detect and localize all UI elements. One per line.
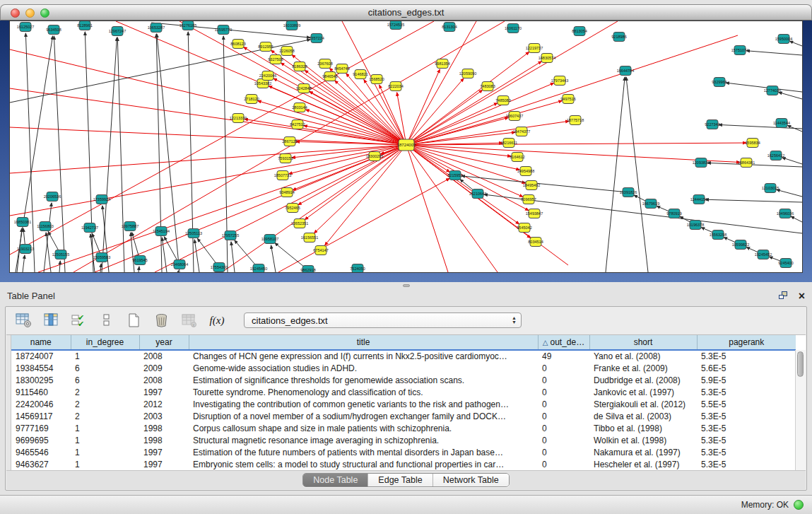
black-edge[interactable] — [117, 37, 124, 272]
memory-ok-icon[interactable] — [794, 500, 804, 510]
red-edge[interactable] — [406, 100, 562, 145]
red-edge[interactable] — [406, 35, 738, 145]
table-cell[interactable]: 0 — [538, 374, 589, 386]
network-canvas[interactable]: 1872400718300295161250279634508812896112… — [9, 21, 803, 273]
table-cell[interactable]: 9699695 — [11, 434, 71, 446]
table-cell[interactable]: 9115460 — [11, 386, 71, 398]
table-scrollbar[interactable] — [795, 350, 806, 470]
red-edge[interactable] — [406, 78, 464, 145]
table-cell[interactable]: 2012 — [139, 398, 189, 410]
black-edge[interactable] — [100, 264, 101, 272]
close-panel-icon[interactable]: × — [799, 291, 805, 301]
column-header-year[interactable]: year — [139, 335, 189, 350]
red-edge[interactable] — [406, 145, 523, 197]
table-cell[interactable]: 0 — [538, 446, 589, 458]
black-edge[interactable] — [156, 34, 162, 272]
table-cell[interactable]: 1997 — [139, 386, 189, 398]
table-cell[interactable]: 2 — [71, 386, 139, 398]
table-cell[interactable]: Nakamura et al. (1997) — [589, 446, 697, 458]
black-edge[interactable] — [779, 92, 802, 99]
red-edge[interactable] — [406, 83, 554, 145]
table-row[interactable]: 946554611997Estimation of the future num… — [11, 446, 796, 458]
red-edge[interactable] — [406, 52, 529, 145]
black-edge[interactable] — [102, 37, 117, 272]
tab-network-table[interactable]: Network Table — [433, 474, 509, 486]
table-cell[interactable]: 5.3E-5 — [697, 434, 796, 446]
table-cell[interactable]: 0 — [538, 410, 589, 422]
column-header-pagerank[interactable]: pagerank — [697, 335, 796, 350]
table-row[interactable]: 977716911998Corpus callosum shape and si… — [11, 422, 796, 434]
table-cell[interactable]: 1 — [71, 458, 139, 470]
table-cell[interactable]: Dudbridge et al. (2008) — [589, 374, 697, 386]
table-cell[interactable]: 0 — [538, 398, 589, 410]
table-cell[interactable]: 1997 — [139, 458, 189, 470]
network-graph[interactable]: 1872400718300295161250279634508812896112… — [10, 21, 802, 272]
black-edge[interactable] — [194, 240, 199, 272]
table-cell[interactable]: 2009 — [139, 362, 189, 374]
table-cell[interactable]: 0 — [538, 362, 589, 374]
black-edge[interactable] — [789, 41, 802, 46]
black-edge[interactable] — [606, 77, 625, 272]
table-cell[interactable]: Changes of HCN gene expression and I(f) … — [189, 350, 538, 362]
table-cell[interactable]: 1 — [71, 422, 139, 434]
table-cell[interactable]: 2008 — [139, 374, 189, 386]
table-row[interactable]: 1938455462009Genome-wide association stu… — [11, 362, 796, 374]
black-edge[interactable] — [25, 33, 35, 272]
table-cell[interactable]: 0 — [538, 386, 589, 398]
black-edge[interactable] — [746, 51, 802, 55]
red-edge[interactable] — [406, 145, 519, 224]
import-table-button[interactable]: x — [180, 311, 199, 329]
function-builder-button[interactable]: f(x) — [208, 311, 226, 329]
minimize-window-button[interactable] — [25, 8, 35, 18]
table-cell[interactable]: Stergiakouli et al. (2012) — [589, 398, 697, 410]
table-cell[interactable]: 1 — [71, 446, 139, 458]
table-cell[interactable]: 5.3E-5 — [697, 446, 796, 458]
red-edge[interactable] — [10, 145, 406, 216]
float-panel-icon[interactable] — [779, 291, 789, 300]
table-row[interactable]: 969969511998Structural magnetic resonanc… — [11, 434, 796, 446]
black-edge[interactable] — [461, 176, 628, 192]
column-chooser-button[interactable] — [42, 311, 61, 329]
black-edge[interactable] — [23, 255, 25, 272]
red-edge[interactable] — [325, 145, 406, 245]
table-cell[interactable]: 5.3E-5 — [697, 422, 796, 434]
table-row[interactable]: 1830029562008Estimation of significance … — [11, 374, 796, 386]
grip-handle-icon[interactable] — [403, 284, 410, 287]
table-cell[interactable]: 5.3E-5 — [697, 410, 796, 422]
table-cell[interactable]: Tourette syndrome. Phenomenology and cla… — [189, 386, 538, 398]
table-cell[interactable]: 2003 — [139, 410, 189, 422]
table-cell[interactable]: 49 — [538, 350, 589, 362]
table-cell[interactable]: 9463627 — [11, 458, 71, 470]
table-cell[interactable]: 0 — [538, 422, 589, 434]
table-cell[interactable]: 5.9E-5 — [697, 374, 796, 386]
table-cell[interactable]: 6 — [71, 362, 139, 374]
network-window-titlebar[interactable]: citations_edges.txt — [0, 4, 812, 21]
table-cell[interactable]: 0 — [538, 434, 589, 446]
table-cell[interactable]: Corpus callosum shape and size in male p… — [189, 422, 538, 434]
red-edge[interactable] — [406, 145, 498, 272]
red-edge[interactable] — [406, 21, 618, 145]
new-table-button[interactable] — [125, 311, 143, 329]
table-cell[interactable]: 2 — [71, 410, 139, 422]
close-window-button[interactable] — [11, 8, 20, 18]
red-edge[interactable] — [406, 69, 440, 145]
black-edge[interactable] — [44, 203, 52, 272]
table-cell[interactable]: Estimation of the future numbers of pati… — [189, 446, 538, 458]
table-cell[interactable]: Structural magnetic resonance image aver… — [189, 434, 538, 446]
table-cell[interactable]: Investigating the contribution of common… — [189, 398, 538, 410]
column-header-name[interactable]: name — [11, 335, 71, 350]
black-edge[interactable] — [777, 189, 802, 197]
column-header-title[interactable]: title — [189, 335, 538, 350]
table-cell[interactable]: 1 — [71, 434, 139, 446]
table-row[interactable]: 911546021997Tourette syndrome. Phenomeno… — [11, 386, 796, 398]
black-edge[interactable] — [59, 261, 60, 272]
table-cell[interactable]: Yano et al. (2008) — [589, 350, 697, 362]
tab-node-table[interactable]: Node Table — [303, 474, 367, 486]
table-cell[interactable]: Wolkin et al. (1998) — [589, 434, 697, 446]
network-table-select[interactable]: citations_edges.txt ▲▼ — [244, 313, 522, 328]
table-cell[interactable]: Hescheler et al. (1997) — [589, 458, 697, 470]
table-row[interactable]: 1456911722003Disruption of a novel membe… — [11, 410, 796, 422]
table-cell[interactable]: 5.6E-5 — [697, 362, 796, 374]
column-header-indegree[interactable]: in_degree — [71, 335, 139, 350]
table-cell[interactable]: 2 — [71, 398, 139, 410]
